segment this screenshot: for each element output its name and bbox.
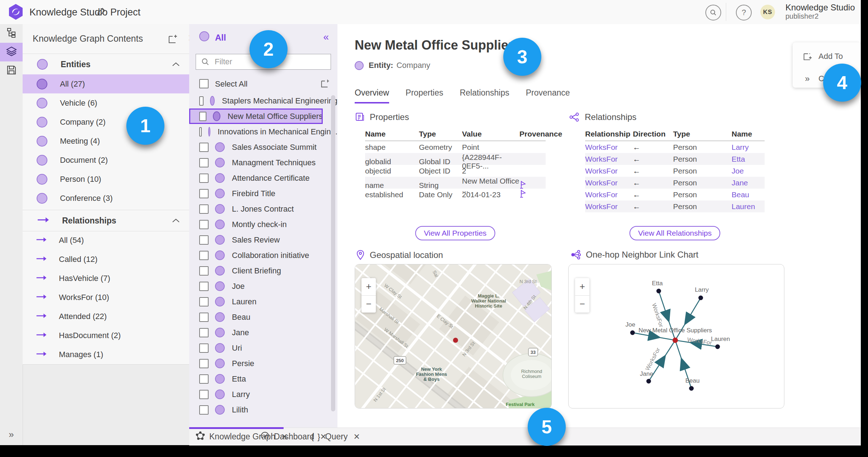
item-checkbox[interactable] (199, 143, 209, 152)
table-row[interactable]: shapeGeometryPoint (365, 141, 546, 153)
relationship-type-item[interactable]: Attended (22) (23, 307, 189, 326)
list-item[interactable]: L. Jones Contract (189, 201, 337, 217)
view-all-relationships-button[interactable]: View All Relationships (629, 226, 720, 240)
item-checkbox[interactable] (199, 174, 209, 183)
add-to-new-icon[interactable] (320, 78, 330, 88)
rail-item-layers[interactable] (0, 43, 23, 61)
link-chart-node[interactable] (647, 379, 651, 384)
item-checkbox[interactable] (199, 374, 209, 384)
table-row[interactable]: WorksFor←PersonEtta (585, 153, 765, 165)
tab-properties[interactable]: Properties (406, 88, 443, 103)
item-checkbox[interactable] (199, 158, 209, 167)
list-item[interactable]: Lilith (189, 402, 337, 417)
map-panel[interactable]: + − (355, 264, 552, 408)
table-row[interactable]: establishedDate Only2014-01-23 (365, 189, 546, 200)
link-chart-node[interactable] (699, 296, 703, 300)
list-item[interactable]: Beau (189, 309, 337, 325)
item-checkbox[interactable] (199, 204, 209, 214)
table-row[interactable]: WorksFor←PersonLauren (585, 200, 765, 212)
list-item[interactable]: Attendance Certificate (189, 170, 337, 186)
item-checkbox[interactable] (199, 220, 209, 229)
provenance-flag-icon[interactable] (519, 191, 527, 199)
relationships-section-header[interactable]: Relationships (23, 210, 189, 231)
link-chart-node[interactable] (657, 289, 661, 294)
list-item[interactable]: Sales Associate Summit (189, 139, 337, 155)
item-checkbox[interactable] (199, 297, 209, 306)
relationship-type-item[interactable]: Called (12) (23, 250, 189, 269)
name-link[interactable]: Jane (732, 179, 765, 187)
item-checkbox[interactable] (199, 405, 209, 415)
relationship-link[interactable]: WorksFor (585, 155, 633, 163)
view-all-properties-button[interactable]: View All Properties (415, 226, 495, 240)
list-item[interactable]: Persie (189, 356, 337, 371)
entity-type-item[interactable]: Meeting (4) (23, 131, 189, 151)
collapse-panel-icon[interactable]: « (323, 31, 329, 43)
table-row[interactable]: WorksFor←PersonBeau (585, 189, 765, 200)
entity-type-item[interactable]: Person (10) (23, 170, 189, 189)
item-checkbox[interactable] (199, 251, 209, 260)
add-to-new-icon[interactable] (168, 33, 178, 44)
list-item[interactable]: Etta (189, 371, 337, 387)
relationship-link[interactable]: WorksFor (585, 179, 633, 187)
name-link[interactable]: Larry (732, 143, 765, 152)
table-row[interactable]: globalidGlobal ID{A228944F-0EF5-... (365, 153, 546, 165)
entity-type-item[interactable]: Conference (3) (23, 189, 189, 208)
item-checkbox[interactable] (199, 359, 209, 368)
item-checkbox[interactable] (199, 328, 209, 337)
tab-overview[interactable]: Overview (355, 88, 389, 103)
item-checkbox[interactable] (199, 235, 209, 245)
link-chart-node[interactable] (715, 345, 720, 349)
table-row[interactable]: WorksFor←PersonLarry (585, 141, 765, 153)
item-checkbox[interactable] (199, 282, 209, 291)
relationship-link[interactable]: WorksFor (585, 190, 633, 199)
name-link[interactable]: Beau (732, 190, 765, 199)
list-scrollbar[interactable] (331, 95, 335, 411)
add-to-menu-item[interactable]: Add To (793, 48, 861, 65)
expand-rail-button[interactable]: » (0, 429, 23, 440)
list-item[interactable]: Client Briefing (189, 263, 337, 278)
relationship-type-item[interactable]: Manages (1) (23, 345, 189, 364)
list-item[interactable]: Staplers Mechanical Engineering (189, 93, 337, 109)
relationship-type-item[interactable]: WorksFor (10) (23, 288, 189, 307)
relationship-type-item[interactable]: HasDocument (2) (23, 326, 189, 345)
link-chart-node[interactable] (689, 386, 694, 391)
table-row[interactable]: nameStringNew Metal Office ... (365, 177, 546, 189)
name-link[interactable]: Lauren (732, 202, 765, 211)
list-item[interactable]: Montly check-in (189, 217, 337, 232)
table-row[interactable]: WorksFor←PersonJane (585, 177, 765, 189)
entity-type-item[interactable]: Document (2) (23, 151, 189, 170)
list-item[interactable]: Innovations in Mechanical Engin... (189, 124, 337, 139)
zoom-out-button[interactable]: − (575, 296, 589, 313)
list-item[interactable]: Managment Techniques (189, 155, 337, 170)
table-row[interactable]: objectidObject ID2 (365, 165, 546, 177)
link-chart-panel[interactable]: + − EttaLarryJoeLaurenJaneBeauWorksForWo… (568, 264, 784, 408)
table-row[interactable]: WorksFor←PersonJoe (585, 165, 765, 177)
item-checkbox[interactable] (199, 112, 206, 121)
list-item[interactable]: Uri (189, 340, 337, 356)
link-chart-node[interactable] (630, 331, 635, 335)
list-item[interactable]: Lauren (189, 294, 337, 309)
item-checkbox[interactable] (199, 96, 204, 106)
item-checkbox[interactable] (199, 127, 202, 137)
list-item[interactable]: Firebird Title (189, 186, 337, 201)
tab-provenance[interactable]: Provenance (526, 88, 570, 103)
rail-item-hierarchy[interactable] (0, 24, 23, 43)
avatar[interactable]: KS (760, 5, 775, 19)
relationship-type-item[interactable]: HasVehicle (7) (23, 269, 189, 288)
entity-type-item[interactable]: Vehicle (6) (23, 93, 189, 112)
view-tab-query[interactable]: { }Query✕ (311, 428, 360, 446)
item-checkbox[interactable] (199, 343, 209, 353)
select-all-checkbox[interactable] (199, 79, 209, 88)
help-button[interactable]: ? (736, 5, 752, 20)
name-link[interactable]: Etta (732, 155, 765, 163)
relationship-link[interactable]: WorksFor (585, 167, 633, 175)
item-checkbox[interactable] (199, 189, 209, 198)
list-item[interactable]: New Metal Office Suppliers (189, 109, 323, 124)
search-button[interactable] (705, 5, 721, 20)
list-item[interactable]: Sales Review (189, 232, 337, 248)
relationship-type-item[interactable]: All (54) (23, 231, 189, 250)
rail-item-save[interactable] (0, 61, 23, 80)
center-node[interactable] (673, 338, 678, 343)
edit-title-icon[interactable] (96, 6, 107, 17)
zoom-in-button[interactable]: + (361, 278, 376, 296)
